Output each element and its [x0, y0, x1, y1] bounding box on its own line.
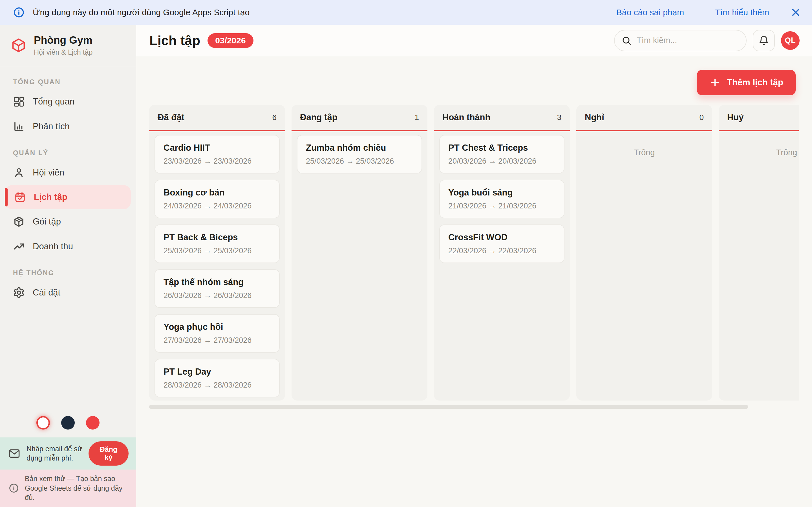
column-count: 6	[272, 113, 276, 122]
card-dates: 26/03/2026 → 26/03/2026	[163, 291, 271, 300]
column-title: Huỷ	[727, 112, 744, 122]
plus-icon	[709, 77, 721, 88]
add-schedule-label: Thêm lịch tập	[727, 77, 783, 88]
search-input[interactable]	[637, 36, 739, 45]
app-subtitle: Hội viên & Lịch tập	[34, 48, 93, 56]
sidebar-item-label: Lịch tập	[34, 192, 67, 202]
column-title: Đã đặt	[158, 112, 185, 122]
main-header: Lịch tập 03/2026 QL	[136, 25, 812, 56]
schedule-card[interactable]: Cardio HIIT 23/03/2026 → 23/03/2026	[154, 135, 280, 173]
card-title: PT Leg Day	[163, 367, 271, 377]
sidebar-item-phan-tich[interactable]: Phân tích	[0, 114, 136, 139]
schedule-card[interactable]: Zumba nhóm chiều 25/03/2026 → 25/03/2026	[297, 135, 422, 173]
sidebar-item-tong-quan[interactable]: Tổng quan	[0, 89, 136, 114]
envelope-icon	[8, 448, 20, 459]
schedule-card[interactable]: PT Back & Biceps 25/03/2026 → 25/03/2026	[154, 224, 280, 263]
schedule-card[interactable]: PT Leg Day 28/03/2026 → 28/03/2026	[154, 359, 280, 397]
bell-icon	[758, 35, 769, 46]
content-area: Thêm lịch tập Đã đặt 6 Cardio HIIT 23/03…	[136, 56, 812, 507]
info-icon	[13, 6, 25, 18]
card-dates: 25/03/2026 → 25/03/2026	[306, 157, 413, 166]
schedule-card[interactable]: Yoga buổi sáng 21/03/2026 → 21/03/2026	[439, 180, 564, 218]
column-title: Hoàn thành	[442, 112, 491, 122]
nav-section-overview: TỔNG QUAN	[13, 78, 136, 86]
column-header: Đang tập 1	[292, 105, 427, 131]
column-body: PT Chest & Triceps 20/03/2026 → 20/03/20…	[434, 131, 570, 400]
schedule-card[interactable]: Boxing cơ bản 24/03/2026 → 24/03/2026	[154, 180, 280, 218]
column-title: Nghỉ	[585, 112, 604, 122]
column-empty-label: Trống	[581, 148, 707, 157]
schedule-card[interactable]: Tập thể nhóm sáng 26/03/2026 → 26/03/202…	[154, 269, 280, 308]
sidebar-item-goi-tap[interactable]: Gói tập	[0, 209, 136, 234]
schedule-card[interactable]: CrossFit WOD 22/03/2026 → 22/03/2026	[439, 224, 564, 263]
card-title: Cardio HIIT	[163, 143, 271, 153]
apps-script-banner: Ứng dụng này do một người dùng Google Ap…	[0, 0, 812, 25]
kanban-column: Nghỉ 0 Trống	[576, 105, 712, 400]
schedule-card[interactable]: PT Chest & Triceps 20/03/2026 → 20/03/20…	[439, 135, 564, 173]
kanban-viewport: Đã đặt 6 Cardio HIIT 23/03/2026 → 23/03/…	[149, 105, 799, 507]
card-title: Boxing cơ bản	[163, 187, 271, 198]
column-empty-label: Trống	[724, 148, 799, 157]
card-dates: 20/03/2026 → 20/03/2026	[448, 157, 555, 166]
card-title: Tập thể nhóm sáng	[163, 277, 271, 287]
card-title: Yoga buổi sáng	[448, 187, 555, 198]
trial-note-text: Bản xem thử — Tạo bản sao Google Sheets …	[25, 474, 123, 503]
card-title: PT Back & Biceps	[163, 232, 271, 242]
card-dates: 25/03/2026 → 25/03/2026	[163, 246, 271, 255]
horizontal-scrollbar[interactable]	[149, 405, 748, 409]
kanban-column: Hoàn thành 3 PT Chest & Triceps 20/03/20…	[434, 105, 570, 400]
app-logo-block: Phòng Gym Hội viên & Lịch tập	[0, 25, 136, 66]
sidebar-item-cai-dat[interactable]: Cài đặt	[0, 280, 136, 305]
signup-button[interactable]: Đăng ký	[89, 441, 129, 466]
card-title: PT Chest & Triceps	[448, 143, 555, 153]
theme-swatch-light[interactable]	[36, 416, 50, 430]
learn-more-link[interactable]: Tìm hiểu thêm	[715, 8, 769, 17]
sidebar-nav: TỔNG QUAN Tổng quan Phân tích QUẢN LÝ	[0, 66, 136, 410]
trial-note: Bản xem thử — Tạo bản sao Google Sheets …	[0, 469, 136, 507]
card-dates: 28/03/2026 → 28/03/2026	[163, 381, 271, 390]
sidebar-item-label: Doanh thu	[33, 241, 73, 251]
close-icon[interactable]	[790, 7, 801, 18]
sidebar: Phòng Gym Hội viên & Lịch tập TỔNG QUAN …	[0, 25, 136, 507]
report-abuse-link[interactable]: Báo cáo sai phạm	[616, 8, 684, 17]
kanban-column: Đang tập 1 Zumba nhóm chiều 25/03/2026 →…	[292, 105, 427, 400]
card-dates: 27/03/2026 → 27/03/2026	[163, 336, 271, 345]
column-count: 1	[414, 113, 419, 122]
email-signup-banner: Nhập email để sử dụng miễn phí. Đăng ký	[0, 438, 136, 469]
column-header: Nghỉ 0	[576, 105, 712, 131]
card-dates: 23/03/2026 → 23/03/2026	[163, 157, 271, 166]
column-body: Zumba nhóm chiều 25/03/2026 → 25/03/2026	[292, 131, 427, 400]
package-icon	[13, 216, 25, 228]
sidebar-item-label: Cài đặt	[33, 288, 60, 298]
search-box[interactable]	[614, 30, 747, 51]
avatar[interactable]: QL	[781, 31, 800, 50]
theme-swatch-red[interactable]	[86, 416, 100, 430]
sidebar-item-label: Phân tích	[33, 121, 70, 131]
sidebar-item-hoi-vien[interactable]: Hội viên	[0, 160, 136, 185]
sidebar-item-label: Tổng quan	[33, 97, 74, 107]
column-count: 3	[557, 113, 561, 122]
column-count: 0	[699, 113, 704, 122]
kanban-column: Đã đặt 6 Cardio HIIT 23/03/2026 → 23/03/…	[149, 105, 285, 400]
sidebar-item-label: Gói tập	[33, 217, 61, 227]
card-title: Yoga phục hồi	[163, 322, 271, 332]
schedule-card[interactable]: Yoga phục hồi 27/03/2026 → 27/03/2026	[154, 314, 280, 353]
card-dates: 21/03/2026 → 21/03/2026	[448, 202, 555, 210]
notifications-button[interactable]	[753, 30, 775, 51]
info-icon	[8, 483, 19, 494]
gear-icon	[13, 287, 25, 298]
app-name: Phòng Gym	[34, 34, 93, 46]
sidebar-item-lich-tap[interactable]: Lịch tập	[5, 185, 131, 209]
theme-swatch-navy[interactable]	[61, 416, 75, 430]
app-shell: Phòng Gym Hội viên & Lịch tập TỔNG QUAN …	[0, 25, 812, 507]
dashboard-icon	[13, 96, 25, 108]
sidebar-item-doanh-thu[interactable]: Doanh thu	[0, 234, 136, 259]
bar-chart-icon	[13, 121, 25, 132]
nav-section-manage: QUẢN LÝ	[13, 149, 136, 157]
sidebar-item-label: Hội viên	[33, 168, 64, 178]
month-badge: 03/2026	[207, 33, 253, 48]
banner-text: Ứng dụng này do một người dùng Google Ap…	[33, 8, 250, 17]
email-signup-text: Nhập email để sử dụng miễn phí.	[27, 444, 82, 463]
cube-logo-icon	[11, 38, 27, 53]
add-schedule-button[interactable]: Thêm lịch tập	[697, 70, 796, 95]
